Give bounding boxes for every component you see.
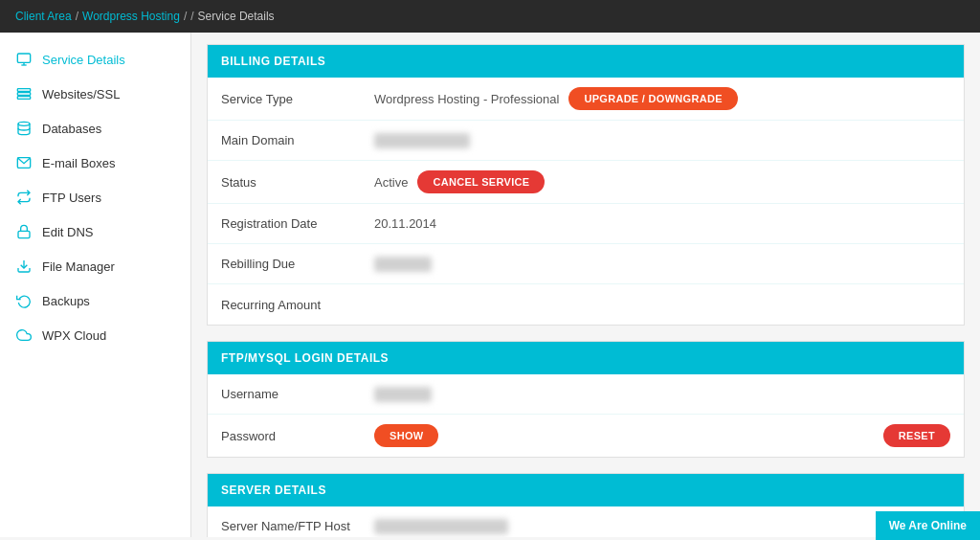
sidebar-item-wpx-cloud[interactable]: WPX Cloud xyxy=(0,318,190,352)
recurring-amount-row: Recurring Amount xyxy=(208,284,964,325)
rebilling-due-value xyxy=(374,257,950,272)
breadcrumb-sep-3: / xyxy=(190,10,193,23)
service-type-text: Wordpress Hosting - Professional xyxy=(374,92,559,106)
sidebar-label-databases: Databases xyxy=(42,122,101,136)
main-content: BILLING DETAILS Service Type Wordpress H… xyxy=(191,33,980,537)
svg-rect-0 xyxy=(17,54,30,62)
breadcrumb-sep-2: / xyxy=(184,10,187,23)
main-domain-blurred xyxy=(374,133,470,148)
server-name-label: Server Name/FTP Host xyxy=(221,519,374,533)
sidebar-label-file-manager: File Manager xyxy=(42,259,115,274)
refresh-icon xyxy=(15,292,33,309)
reset-password-button[interactable]: RESET xyxy=(883,424,950,447)
billing-section-header: BILLING DETAILS xyxy=(208,45,964,78)
sidebar-item-edit-dns[interactable]: Edit DNS xyxy=(0,214,190,249)
svg-rect-5 xyxy=(17,97,30,100)
lock-icon xyxy=(15,223,33,240)
sidebar-item-email-boxes[interactable]: E-mail Boxes xyxy=(0,146,190,180)
ftp-username-row: Username xyxy=(208,374,964,415)
service-type-value: Wordpress Hosting - Professional UPGRADE… xyxy=(374,87,950,110)
cancel-service-button[interactable]: CANCEL SERVICE xyxy=(417,170,545,193)
ftp-password-value: SHOW RESET xyxy=(374,424,950,447)
mail-icon xyxy=(15,154,33,171)
service-type-label: Service Type xyxy=(221,92,374,106)
svg-rect-4 xyxy=(17,93,30,96)
breadcrumb-sep-1: / xyxy=(76,10,78,23)
ftp-username-blurred xyxy=(374,387,432,402)
server-name-value xyxy=(374,519,950,534)
recurring-amount-label: Recurring Amount xyxy=(221,298,374,312)
server-section-header: SERVER DETAILS xyxy=(208,474,964,506)
server-section: SERVER DETAILS Server Name/FTP Host Serv… xyxy=(207,473,965,537)
registration-date-value: 20.11.2014 xyxy=(374,216,950,231)
layers-icon xyxy=(15,85,33,102)
server-name-blurred xyxy=(374,519,508,534)
sidebar-label-websites-ssl: Websites/SSL xyxy=(42,87,120,101)
main-domain-value xyxy=(374,133,950,148)
ftp-section-header: FTP/MYSQL LOGIN DETAILS xyxy=(208,342,964,374)
online-badge[interactable]: We Are Online xyxy=(876,511,980,537)
breadcrumb-wordpress-hosting[interactable]: Wordpress Hosting xyxy=(82,10,180,23)
ftp-password-label: Password xyxy=(221,429,374,443)
rebilling-due-row: Rebilling Due xyxy=(208,244,964,284)
sidebar-item-ftp-users[interactable]: FTP Users xyxy=(0,180,190,214)
sidebar-label-wpx-cloud: WPX Cloud xyxy=(42,328,106,343)
download-icon xyxy=(15,258,33,275)
status-active-text: Active xyxy=(374,175,408,190)
sidebar-label-edit-dns: Edit DNS xyxy=(42,225,93,239)
breadcrumb-bar: Client Area / Wordpress Hosting / / Serv… xyxy=(0,0,980,33)
monitor-icon xyxy=(15,51,33,68)
sidebar-item-websites-ssl[interactable]: Websites/SSL xyxy=(0,77,190,111)
ftp-username-value xyxy=(374,387,950,402)
ftp-section: FTP/MYSQL LOGIN DETAILS Username Passwor… xyxy=(207,341,965,458)
rebilling-due-label: Rebilling Due xyxy=(221,257,374,271)
sidebar-item-file-manager[interactable]: File Manager xyxy=(0,249,190,283)
breadcrumb-service-details: Service Details xyxy=(198,10,275,23)
breadcrumb-client-area[interactable]: Client Area xyxy=(15,10,72,23)
show-password-button[interactable]: SHOW xyxy=(374,424,438,447)
database-icon xyxy=(15,120,33,137)
ftp-username-label: Username xyxy=(221,387,374,401)
sidebar-label-backups: Backups xyxy=(42,294,90,308)
status-value: Active CANCEL SERVICE xyxy=(374,170,950,193)
main-domain-row: Main Domain xyxy=(208,121,964,161)
sidebar-label-service-details: Service Details xyxy=(42,53,125,67)
service-type-row: Service Type Wordpress Hosting - Profess… xyxy=(208,78,964,121)
svg-rect-3 xyxy=(17,89,30,92)
registration-date-label: Registration Date xyxy=(221,216,374,231)
sidebar-label-ftp-users: FTP Users xyxy=(42,191,101,205)
svg-point-6 xyxy=(18,122,30,125)
sidebar-item-service-details[interactable]: Service Details xyxy=(0,42,190,77)
ftp-password-row: Password SHOW RESET xyxy=(208,415,964,457)
registration-date-row: Registration Date 20.11.2014 xyxy=(208,204,964,244)
cloud-icon xyxy=(15,326,33,344)
main-domain-label: Main Domain xyxy=(221,133,374,147)
status-row: Status Active CANCEL SERVICE xyxy=(208,161,964,204)
svg-rect-8 xyxy=(18,231,30,237)
server-name-row: Server Name/FTP Host xyxy=(208,506,964,537)
main-layout: Service Details Websites/SSL Databases E… xyxy=(0,33,980,537)
sidebar-item-databases[interactable]: Databases xyxy=(0,111,190,146)
sidebar-label-email-boxes: E-mail Boxes xyxy=(42,156,116,170)
registration-date-text: 20.11.2014 xyxy=(374,216,436,231)
rebilling-due-blurred xyxy=(374,257,432,272)
status-label: Status xyxy=(221,175,374,190)
transfer-icon xyxy=(15,189,33,206)
sidebar-item-backups[interactable]: Backups xyxy=(0,283,190,318)
billing-section: BILLING DETAILS Service Type Wordpress H… xyxy=(207,44,965,326)
sidebar: Service Details Websites/SSL Databases E… xyxy=(0,33,191,537)
upgrade-downgrade-button[interactable]: UPGRADE / DOWNGRADE xyxy=(568,87,737,110)
